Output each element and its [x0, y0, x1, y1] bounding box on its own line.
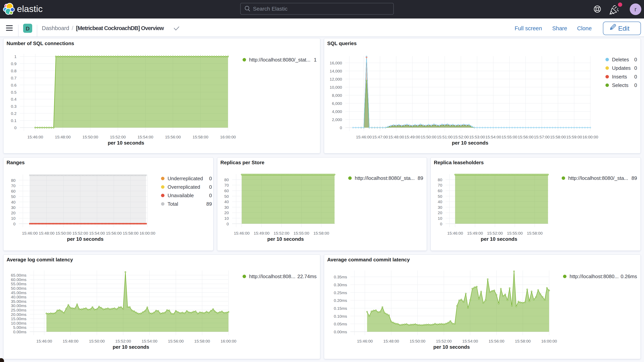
svg-text:60.00ms: 60.00ms	[11, 278, 26, 282]
svg-text:15:52:00: 15:52:00	[115, 339, 131, 343]
svg-text:Dashboard: Dashboard	[42, 25, 69, 31]
svg-text:15:58:00: 15:58:00	[123, 231, 139, 235]
svg-text:0: 0	[340, 126, 342, 130]
svg-text:30: 30	[224, 205, 229, 210]
svg-text:per 10 seconds: per 10 seconds	[268, 236, 304, 242]
svg-text:15:55:00: 15:55:00	[294, 231, 310, 235]
svg-text:89: 89	[206, 201, 212, 207]
svg-text:15:53:00: 15:53:00	[469, 135, 485, 139]
svg-text:0.26ms: 0.26ms	[621, 274, 637, 279]
svg-text:0.7: 0.7	[11, 76, 16, 80]
svg-text:0: 0	[634, 82, 637, 88]
svg-text:15:54:00: 15:54:00	[486, 135, 501, 139]
svg-text:15:56:00: 15:56:00	[518, 135, 534, 139]
svg-text:Inserts: Inserts	[612, 74, 627, 80]
svg-text:15:52:00: 15:52:00	[453, 135, 469, 139]
svg-text:0.2: 0.2	[11, 112, 16, 116]
svg-text:15:56:00: 15:56:00	[168, 339, 184, 343]
svg-text:0: 0	[14, 126, 16, 130]
svg-text:89: 89	[632, 175, 637, 181]
svg-text:16:00:00: 16:00:00	[220, 135, 236, 139]
svg-text:http://localhost:808...: http://localhost:808...	[249, 274, 296, 279]
svg-text:10: 10	[224, 216, 229, 220]
svg-text:4,000: 4,000	[332, 109, 342, 114]
svg-text:16:00:00: 16:00:00	[140, 231, 156, 235]
svg-text:40: 40	[224, 200, 229, 204]
svg-text:Replicas per Store: Replicas per Store	[220, 160, 264, 166]
svg-text:16:00:00: 16:00:00	[541, 339, 557, 343]
svg-text:15:55:00: 15:55:00	[507, 231, 523, 235]
svg-text:15:56:00: 15:56:00	[488, 339, 504, 343]
svg-text:50: 50	[438, 194, 442, 198]
svg-text:0.10ms: 0.10ms	[334, 314, 347, 318]
svg-text:15:50:00: 15:50:00	[89, 339, 105, 343]
svg-text:20: 20	[11, 211, 16, 215]
svg-text:0.15ms: 0.15ms	[334, 306, 347, 310]
svg-text:0: 0	[634, 57, 637, 62]
svg-text:SQL queries: SQL queries	[327, 40, 357, 46]
svg-text:10.00ms: 10.00ms	[11, 321, 26, 326]
svg-text:15:49:00: 15:49:00	[467, 231, 483, 235]
svg-text:10,000: 10,000	[330, 85, 342, 90]
svg-text:20: 20	[224, 211, 229, 215]
svg-text:70: 70	[11, 184, 16, 188]
svg-text:30: 30	[438, 205, 442, 210]
svg-text:15:52:00: 15:52:00	[487, 231, 503, 235]
svg-text:Full screen: Full screen	[514, 25, 542, 32]
svg-text:per 10 seconds: per 10 seconds	[481, 236, 517, 242]
svg-text:http://localhost:8080/_stat...: http://localhost:8080/_stat...	[249, 57, 310, 63]
svg-text:70: 70	[224, 183, 229, 188]
svg-text:15:46:00: 15:46:00	[357, 339, 373, 343]
svg-text:per 10 seconds: per 10 seconds	[113, 344, 149, 350]
svg-text:r: r	[634, 6, 637, 13]
svg-text:0.8: 0.8	[11, 68, 16, 73]
svg-text:Updates: Updates	[612, 65, 631, 71]
svg-text:0: 0	[634, 74, 637, 80]
svg-text:Underreplicated: Underreplicated	[168, 176, 203, 182]
svg-text:15:48:00: 15:48:00	[55, 135, 71, 139]
svg-text:80: 80	[438, 178, 442, 182]
svg-text:40.00ms: 40.00ms	[11, 295, 26, 299]
svg-text:Unavailable: Unavailable	[168, 192, 194, 198]
svg-text:0: 0	[209, 176, 212, 182]
svg-text:50.00ms: 50.00ms	[11, 286, 26, 290]
svg-text:per 10 seconds: per 10 seconds	[434, 344, 470, 350]
svg-text:http://localhost:8080/_sta...: http://localhost:8080/_sta...	[568, 175, 628, 181]
svg-text:14,000: 14,000	[330, 69, 342, 73]
svg-text:6,000: 6,000	[332, 101, 342, 106]
svg-text:0: 0	[634, 65, 637, 71]
svg-text:15:54:00: 15:54:00	[462, 339, 478, 343]
svg-text:15:58:00: 15:58:00	[515, 339, 531, 343]
svg-text:40: 40	[11, 200, 16, 204]
svg-text:89: 89	[418, 175, 423, 181]
svg-text:30.00ms: 30.00ms	[11, 304, 26, 308]
svg-text:15:52:00: 15:52:00	[72, 231, 88, 235]
svg-text:15:58:00: 15:58:00	[527, 231, 543, 235]
svg-text:70: 70	[438, 183, 442, 188]
svg-text:15:56:00: 15:56:00	[106, 231, 122, 235]
svg-text:0: 0	[209, 184, 212, 190]
svg-text:http://localhost:8080/_sta...: http://localhost:8080/_sta...	[355, 175, 415, 181]
svg-text:16:00:00: 16:00:00	[220, 339, 236, 343]
svg-text:10: 10	[438, 216, 442, 220]
svg-text:15:50:00: 15:50:00	[82, 135, 98, 139]
svg-text:15:58:00: 15:58:00	[194, 339, 210, 343]
svg-text:15:58:00: 15:58:00	[192, 135, 208, 139]
svg-text:[Metricbeat CockroachDB] Overv: [Metricbeat CockroachDB] Overview	[76, 25, 164, 31]
svg-text:15:49:00: 15:49:00	[254, 231, 270, 235]
svg-text:0.9: 0.9	[11, 62, 16, 66]
svg-text:Deletes: Deletes	[612, 57, 629, 62]
svg-text:15:51:00: 15:51:00	[437, 135, 453, 139]
svg-text:80: 80	[11, 178, 16, 182]
svg-text:15:55:00: 15:55:00	[502, 135, 518, 139]
svg-text:80: 80	[224, 178, 229, 182]
svg-text:0: 0	[440, 222, 442, 226]
svg-text:15:50:00: 15:50:00	[56, 231, 72, 235]
svg-text:15:56:00: 15:56:00	[165, 135, 181, 139]
svg-text:16,000: 16,000	[330, 61, 342, 65]
svg-text:15:48:00: 15:48:00	[383, 339, 399, 343]
svg-text:Number of SQL connections: Number of SQL connections	[6, 40, 74, 46]
svg-text:0.30ms: 0.30ms	[334, 282, 347, 287]
svg-text:60: 60	[11, 189, 16, 193]
svg-text:40: 40	[438, 200, 442, 204]
